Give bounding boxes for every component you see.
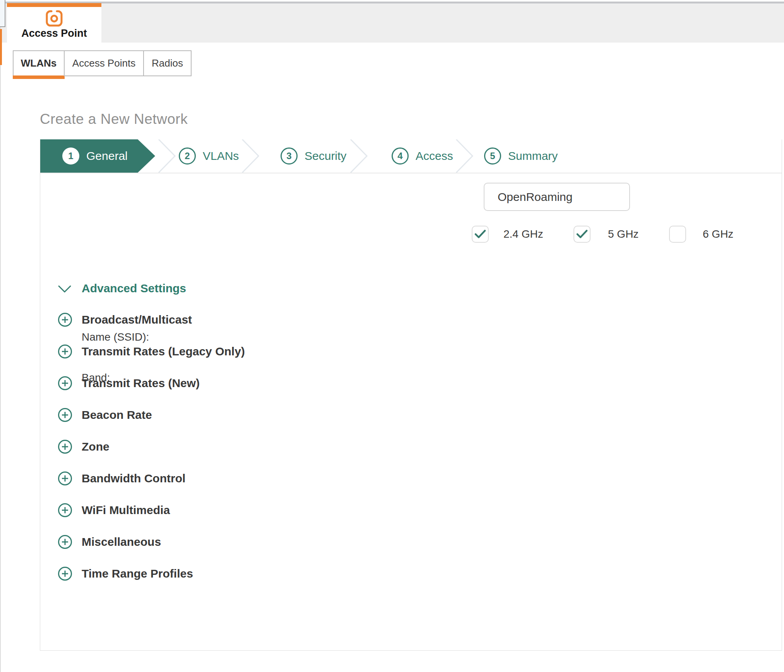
band-5ghz-label: 5 GHz (608, 228, 638, 240)
wizard-step-security[interactable]: 3 Security (281, 139, 346, 173)
section-label: Time Range Profiles (82, 567, 193, 580)
step-separator-chevron-icon (349, 139, 368, 173)
checkmark-icon (576, 230, 588, 239)
tab-radios-label: Radios (152, 57, 183, 69)
wizard-step-access[interactable]: 4 Access (392, 139, 453, 173)
step-label: Access (416, 149, 453, 163)
section-wifi-multimedia[interactable]: WiFi Multimedia (40, 501, 389, 519)
step-number-badge: 1 (62, 147, 79, 165)
section-transmit-rates-new[interactable]: Transmit Rates (New) (40, 374, 389, 392)
tab-strip-background (0, 3, 784, 43)
band-6ghz-label: 6 GHz (703, 228, 733, 240)
app-tab-access-point[interactable]: Access Point (7, 3, 101, 43)
checkmark-icon (474, 230, 486, 239)
step-separator-chevron-icon (455, 139, 474, 173)
band-6ghz-checkbox[interactable] (669, 226, 686, 243)
partial-left-tab-edge[interactable] (0, 29, 2, 65)
section-label: Transmit Rates (New) (82, 377, 200, 390)
plus-circle-icon (57, 502, 73, 519)
step-label: VLANs (203, 149, 239, 163)
plus-circle-icon (57, 375, 73, 393)
step-label: General (86, 149, 128, 163)
band-options-row: 2.4 GHz 5 GHz 6 GHz (40, 226, 782, 243)
section-zone[interactable]: Zone (40, 438, 389, 456)
page-title: Create a New Network (40, 111, 188, 127)
band-5ghz-checkbox[interactable] (573, 226, 591, 243)
step-number-badge: 5 (484, 147, 501, 165)
step-number-badge: 4 (392, 147, 409, 165)
tab-wlans-label: WLANs (21, 57, 56, 69)
section-time-range-profiles[interactable]: Time Range Profiles (40, 565, 389, 583)
band-2-4ghz-checkbox[interactable] (472, 226, 489, 243)
plus-circle-icon (57, 439, 73, 456)
ssid-field-label: Name (SSID): (82, 331, 149, 343)
step-label: Security (305, 149, 346, 163)
wizard-step-vlans[interactable]: 2 VLANs (179, 139, 239, 173)
tab-access-points[interactable]: Access Points (64, 50, 144, 76)
band-2-4ghz-label: 2.4 GHz (503, 228, 543, 240)
tab-radios[interactable]: Radios (143, 50, 192, 76)
access-point-logo-icon (45, 10, 63, 27)
section-beacon-rate[interactable]: Beacon Rate (40, 406, 389, 424)
chevron-down-icon (58, 285, 72, 295)
advanced-settings-toggle[interactable]: Advanced Settings (40, 279, 311, 297)
section-label: Zone (82, 440, 110, 453)
section-label: Transmit Rates (Legacy Only) (82, 345, 245, 358)
app-tab-accent-bar (7, 3, 101, 7)
step-number-badge: 2 (179, 147, 196, 165)
create-network-panel: 1 General 2 VLANs 3 Security 4 Access (40, 139, 782, 651)
ssid-input[interactable] (484, 183, 630, 211)
app-tab-label: Access Point (7, 27, 101, 39)
step-separator-chevron-icon (157, 139, 176, 173)
section-label: Bandwidth Control (82, 472, 185, 485)
plus-circle-icon (57, 534, 73, 551)
step-separator-chevron-icon (241, 139, 260, 173)
wizard-step-summary[interactable]: 5 Summary (484, 139, 558, 173)
section-broadcast-multicast[interactable]: Broadcast/Multicast (40, 311, 389, 329)
step-number-badge: 3 (281, 147, 298, 165)
left-edge-divider (0, 27, 1, 672)
section-transmit-rates-legacy[interactable]: Transmit Rates (Legacy Only) (40, 343, 389, 360)
plus-circle-icon (57, 344, 73, 361)
section-label: Miscellaneous (82, 535, 161, 549)
plus-circle-icon (57, 312, 73, 329)
active-tab-underline (13, 75, 65, 79)
advanced-settings-label: Advanced Settings (82, 282, 186, 295)
top-left-corner-strip (0, 0, 5, 27)
subtab-bar: WLANs Access Points Radios (13, 50, 192, 76)
section-bandwidth-control[interactable]: Bandwidth Control (40, 470, 389, 487)
section-label: Beacon Rate (82, 408, 152, 422)
section-miscellaneous[interactable]: Miscellaneous (40, 533, 389, 551)
wizard-step-general[interactable]: 1 General (40, 139, 155, 173)
step-label: Summary (508, 149, 558, 163)
plus-circle-icon (57, 471, 73, 488)
tab-access-points-label: Access Points (72, 57, 135, 69)
plus-circle-icon (57, 566, 73, 583)
section-label: Broadcast/Multicast (82, 313, 192, 326)
wizard-step-bar: 1 General 2 VLANs 3 Security 4 Access (40, 139, 782, 173)
section-label: WiFi Multimedia (82, 504, 170, 517)
tab-wlans[interactable]: WLANs (13, 50, 65, 76)
plus-circle-icon (57, 407, 73, 424)
